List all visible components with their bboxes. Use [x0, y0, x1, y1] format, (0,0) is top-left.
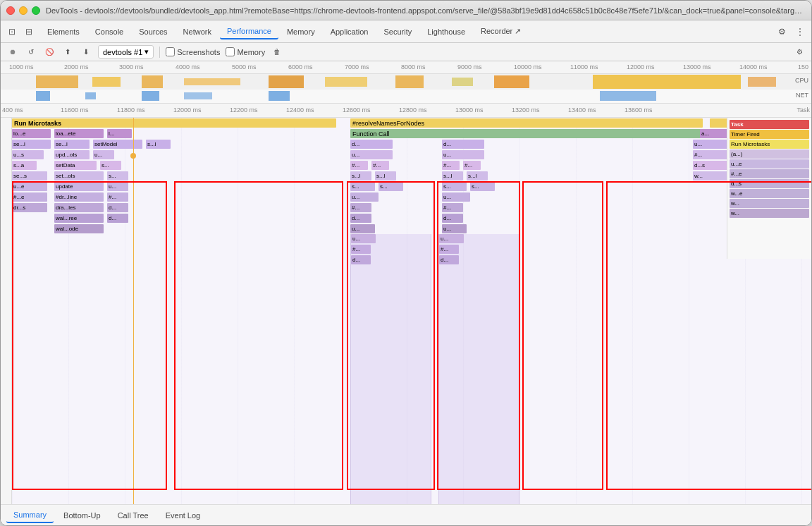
- block-s5[interactable]: s...: [107, 171, 128, 181]
- block-us[interactable]: u...s: [12, 150, 44, 159]
- close-button[interactable]: [6, 6, 15, 15]
- block-u3[interactable]: u...: [93, 150, 114, 159]
- tab-sources[interactable]: Sources: [132, 25, 174, 39]
- block-ue6[interactable]: u...e: [12, 182, 47, 191]
- settings-perf-icon[interactable]: ⚙: [793, 46, 806, 59]
- block-updols[interactable]: upd...ols: [54, 150, 90, 159]
- tab-event-log[interactable]: Event Log: [159, 508, 208, 522]
- tab-application[interactable]: Application: [324, 25, 376, 39]
- block-right-we[interactable]: w...: [693, 171, 728, 181]
- tab-network[interactable]: Network: [176, 25, 219, 39]
- block-u-mid1[interactable]: u...: [350, 150, 393, 159]
- block-sel2[interactable]: se...l: [54, 140, 90, 149]
- block-sel[interactable]: se...l: [12, 140, 51, 149]
- block-right-a[interactable]: a...: [700, 129, 728, 138]
- memory-checkbox-input[interactable]: [226, 47, 235, 56]
- block-sa[interactable]: s...a: [12, 161, 37, 170]
- block-s6a[interactable]: s...: [350, 182, 375, 191]
- trash-icon[interactable]: 🗑: [271, 46, 283, 59]
- deep-block-u1[interactable]: u...: [351, 234, 376, 243]
- tab-call-tree[interactable]: Call Tree: [111, 508, 156, 522]
- block-u10b[interactable]: u...: [442, 224, 467, 233]
- block-sl4[interactable]: s...l: [467, 171, 488, 181]
- block-loe[interactable]: lo...e: [12, 129, 51, 138]
- maximize-button[interactable]: [32, 6, 40, 15]
- block-d9a[interactable]: d...: [350, 214, 371, 223]
- block-setdata[interactable]: setData: [54, 161, 97, 170]
- block-sl[interactable]: s...l: [146, 140, 171, 149]
- tab-elements[interactable]: Elements: [40, 25, 87, 39]
- block-hash8b[interactable]: #...: [442, 203, 463, 212]
- block-walree[interactable]: wal...ree: [54, 214, 104, 223]
- block-u10a[interactable]: u...: [350, 224, 375, 233]
- block-hash1[interactable]: #...: [350, 161, 368, 170]
- deep-block-hash2[interactable]: #...: [439, 245, 459, 254]
- block-hashe7[interactable]: #...e: [12, 192, 47, 202]
- block-u7b[interactable]: u...: [442, 192, 470, 202]
- memory-checkbox[interactable]: Memory: [226, 47, 265, 56]
- block-l[interactable]: l...: [107, 129, 132, 138]
- block-s6b[interactable]: s...: [379, 182, 403, 191]
- screenshots-checkbox-input[interactable]: [166, 47, 175, 56]
- block-d8[interactable]: d...: [107, 203, 128, 212]
- block-right-hash[interactable]: #...: [693, 150, 728, 159]
- block-u6[interactable]: u...: [107, 182, 128, 191]
- block-s6d[interactable]: s...: [470, 182, 495, 191]
- deep-block-d1[interactable]: d...: [351, 255, 371, 264]
- block-drs8[interactable]: dr...s: [12, 203, 47, 212]
- device-dropdown[interactable]: devtools #1 ▾: [98, 45, 154, 59]
- download-icon[interactable]: ⬇: [80, 46, 92, 59]
- run-microtasks-block-1[interactable]: Run Microtasks: [12, 118, 336, 128]
- upload-icon[interactable]: ⬆: [61, 46, 74, 59]
- block-setmodel[interactable]: setModel: [93, 140, 142, 149]
- reload-record-icon[interactable]: ↺: [25, 46, 37, 59]
- device-toggle-icon[interactable]: ⊟: [22, 25, 36, 39]
- block-drales[interactable]: dra...les: [54, 203, 104, 212]
- inspect-icon[interactable]: ⊡: [5, 25, 19, 39]
- block-right-u[interactable]: u...: [693, 140, 728, 149]
- block-s4[interactable]: s...: [100, 161, 121, 170]
- minimize-button[interactable]: [19, 6, 27, 15]
- tab-security[interactable]: Security: [376, 25, 419, 39]
- block-u7a[interactable]: u...: [350, 192, 379, 202]
- block-right-ds[interactable]: d...s: [693, 161, 728, 170]
- block-hash2[interactable]: #...: [371, 161, 389, 170]
- tab-performance[interactable]: Performance: [220, 24, 278, 39]
- block-s6c[interactable]: s...: [442, 182, 467, 191]
- tab-memory[interactable]: Memory: [280, 25, 322, 39]
- block-sl3[interactable]: s...l: [442, 171, 463, 181]
- tab-recorder[interactable]: Recorder ↗: [474, 24, 528, 39]
- block-d9[interactable]: d...: [107, 214, 128, 223]
- block-update6[interactable]: update: [54, 182, 104, 191]
- tab-lighthouse[interactable]: Lighthouse: [420, 25, 472, 39]
- block-d9b[interactable]: d...: [442, 214, 463, 223]
- screenshots-checkbox[interactable]: Screenshots: [166, 47, 220, 56]
- block-hash4[interactable]: #...: [463, 161, 481, 170]
- tab-console[interactable]: Console: [88, 25, 130, 39]
- tab-bottom-up[interactable]: Bottom-Up: [56, 508, 108, 522]
- tab-summary[interactable]: Summary: [6, 508, 54, 523]
- record-icon[interactable]: ⏺: [6, 46, 19, 59]
- deep-block-u2[interactable]: u...: [439, 234, 464, 243]
- block-sl2[interactable]: s...l: [375, 171, 396, 181]
- block-u-mid2[interactable]: u...: [442, 150, 484, 159]
- block-hash8a[interactable]: #...: [350, 203, 371, 212]
- block-drline[interactable]: #dr...line: [54, 192, 104, 202]
- function-call-block[interactable]: Function Call: [350, 129, 703, 138]
- clear-icon[interactable]: 🚫: [43, 46, 56, 59]
- block-loadete[interactable]: loa...ete: [54, 129, 104, 138]
- block-hash3[interactable]: #...: [442, 161, 460, 170]
- flame-canvas[interactable]: Run Microtasks #resolveNamesForNodes Tas…: [12, 118, 811, 504]
- block-walode[interactable]: wal...ode: [54, 224, 104, 233]
- block-sl1[interactable]: s...l: [350, 171, 371, 181]
- timeline-overview[interactable]: 1000 ms 2000 ms 3000 ms 4000 ms 5000 ms …: [1, 61, 811, 104]
- deep-block-d2[interactable]: d...: [439, 255, 459, 264]
- run-microtasks-block-2[interactable]: #resolveNamesForNodes: [350, 118, 703, 128]
- block-hashe7b[interactable]: #...: [107, 192, 128, 202]
- block-d1[interactable]: d...: [350, 140, 393, 149]
- more-options-icon[interactable]: ⋮: [793, 25, 807, 39]
- settings-icon[interactable]: ⚙: [775, 25, 789, 39]
- block-d2[interactable]: d...: [442, 140, 484, 149]
- deep-block-hash1[interactable]: #...: [351, 245, 371, 254]
- block-setols[interactable]: set...ols: [54, 171, 104, 181]
